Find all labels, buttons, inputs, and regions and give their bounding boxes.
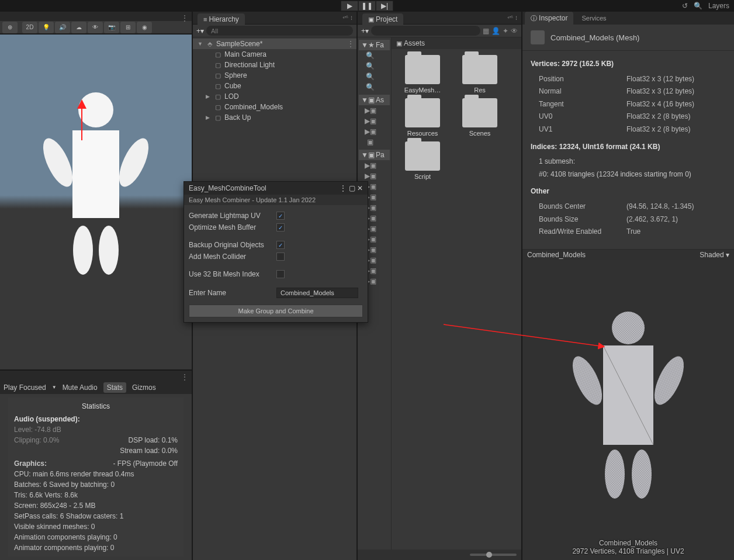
stats-title: Statistics <box>14 401 178 412</box>
preview-name: Combined_Models <box>527 251 586 259</box>
tree-item-combined[interactable]: ▢Combined_Models <box>193 102 356 112</box>
name-input[interactable] <box>276 288 358 298</box>
stats-graphics-header: Graphics: <box>14 458 47 469</box>
svg-point-11 <box>567 352 608 409</box>
tool-more[interactable]: ◉ <box>137 22 152 33</box>
history-icon[interactable]: ↺ <box>682 2 688 10</box>
attr-value: Float32 x 4 (16 bytes) <box>626 98 694 111</box>
mesh-combine-tool-window[interactable]: Easy_MeshCombineTool ⋮ ▢ ✕ Easy Mesh Com… <box>184 181 368 323</box>
tool-audio[interactable]: 🔊 <box>55 22 70 33</box>
project-tab[interactable]: ▣ Project <box>362 13 403 25</box>
hierarchy-search[interactable] <box>206 26 353 36</box>
filter-icon[interactable]: ▦ <box>483 27 489 35</box>
attr-value: Float32 x 2 (8 bytes) <box>626 110 690 123</box>
checkbox-use32[interactable] <box>276 270 285 278</box>
gizmos-toggle[interactable]: Gizmos <box>132 383 156 392</box>
tool-pivot[interactable]: ⊕ <box>2 22 18 33</box>
attr-key: UV0 <box>539 110 626 123</box>
scene-view[interactable] <box>0 34 192 369</box>
attr-key: Normal <box>539 85 626 98</box>
kebab-icon[interactable]: ⋮ <box>181 373 188 381</box>
kebab-icon[interactable]: ⋮ <box>340 184 347 192</box>
stats-cpu: CPU: main 6.6ms render thread 0.4ms <box>14 469 178 479</box>
tree-item[interactable]: ▶▢LOD <box>193 91 356 102</box>
kebab-icon[interactable]: ⋮ <box>181 14 188 22</box>
svg-point-12 <box>649 352 690 409</box>
tree-item[interactable]: ▶▢Back Up <box>193 112 356 123</box>
inspector-body: Vertices: 2972 (162.5 KB) PositionFloat3… <box>522 51 734 243</box>
dock-icons[interactable]: ⭁ ⋮ <box>342 15 353 21</box>
submesh-count: 1 submesh: <box>531 155 726 168</box>
maximize-icon[interactable]: ▢ <box>349 184 355 192</box>
svg-point-13 <box>605 450 625 499</box>
folder-item[interactable]: Res <box>453 55 506 94</box>
close-icon[interactable]: ✕ <box>357 184 363 192</box>
folder-icon <box>462 55 497 84</box>
pause-button[interactable]: ❚❚ <box>358 1 376 11</box>
layers-dropdown[interactable]: Layers <box>708 2 729 10</box>
project-search[interactable] <box>371 26 480 36</box>
search-icon[interactable]: 🔍 <box>694 2 702 10</box>
add-button[interactable]: +▾ <box>361 27 369 35</box>
tree-item[interactable]: ▢Directional Light <box>193 60 356 70</box>
gameobject-icon: ▢ <box>214 61 222 69</box>
add-button[interactable]: +▾ <box>196 27 204 35</box>
tool-light[interactable]: 💡 <box>39 22 54 33</box>
stats-stream: Stream load: 0.0% <box>14 445 178 456</box>
project-grid[interactable]: ▣ Assets EasyMesh… Res Resources Scenes … <box>392 37 521 549</box>
zoom-slider[interactable] <box>470 554 517 556</box>
folder-item[interactable]: EasyMesh… <box>396 55 449 94</box>
tool-camera[interactable]: 📷 <box>104 22 119 33</box>
tree-item[interactable]: ▢Main Camera <box>193 49 356 60</box>
stats-setpass: SetPass calls: 6 Shadow casters: 1 <box>14 511 178 521</box>
svg-point-8 <box>612 312 645 344</box>
preview-canvas[interactable]: Combined_Models 2972 Vertices, 4108 Tria… <box>522 260 734 560</box>
inspector-tab[interactable]: ⓘ Inspector <box>525 12 573 25</box>
play-focused-dropdown[interactable]: Play Focused <box>4 383 46 392</box>
gameobject-icon: ▢ <box>214 113 222 122</box>
opt-label: Optimize Mesh Buffer <box>189 223 276 231</box>
preview-footer-stats: 2972 Vertices, 4108 Triangles | UV2 <box>522 547 734 555</box>
tool-hidden[interactable]: 👁 <box>88 22 103 33</box>
checkbox-collider[interactable] <box>276 253 285 261</box>
preview-mode-dropdown[interactable]: Shaded ▾ <box>700 251 729 259</box>
tool-fx[interactable]: ☁ <box>71 22 86 33</box>
svg-point-4 <box>73 226 93 275</box>
mute-audio-toggle[interactable]: Mute Audio <box>63 383 98 392</box>
stats-anim1: Animation components playing: 0 <box>14 532 178 542</box>
tree-item[interactable]: ▢Sphere <box>193 70 356 81</box>
folder-item[interactable]: Script <box>396 141 449 180</box>
checkbox-optimize[interactable]: ✓ <box>276 223 285 231</box>
other-value: (2.462, 3.672, 1) <box>626 213 678 226</box>
checkbox-backup[interactable]: ✓ <box>276 241 285 249</box>
dock-icons[interactable]: ⭁ ⋮ <box>507 15 518 21</box>
asset-name: Combined_Models (Mesh) <box>550 33 639 42</box>
folder-item[interactable]: Scenes <box>453 98 506 137</box>
opt-label: Enter Name <box>189 289 276 297</box>
filter-icon[interactable]: ✦ <box>503 27 508 35</box>
gameobject-icon: ▢ <box>214 71 222 79</box>
breadcrumb[interactable]: ▣ Assets <box>392 37 521 49</box>
tool-2d[interactable]: 2D <box>22 22 37 33</box>
checkbox-lightmap[interactable]: ✓ <box>276 212 285 220</box>
stats-tris: Tris: 6.6k Verts: 8.6k <box>14 490 178 500</box>
filter-icon[interactable]: 👁 <box>511 27 518 35</box>
stats-audio-header: Audio (suspended): <box>14 414 178 424</box>
services-tab[interactable]: Services <box>576 12 612 24</box>
tree-item[interactable]: ▢Cube <box>193 81 356 91</box>
step-button[interactable]: ▶| <box>376 1 393 11</box>
make-group-button[interactable]: Make Group and Combine <box>189 305 363 317</box>
hierarchy-tab[interactable]: ≡ Hierarchy <box>198 13 245 25</box>
gameobject-icon: ▢ <box>214 92 222 101</box>
folder-item[interactable]: Resources <box>396 98 449 137</box>
gameobject-icon: ▢ <box>214 50 222 58</box>
svg-point-0 <box>78 92 113 127</box>
stats-anim2: Animator components playing: 0 <box>14 542 178 553</box>
stats-toggle[interactable]: Stats <box>103 382 126 393</box>
folder-icon <box>462 98 497 127</box>
svg-point-3 <box>113 134 155 191</box>
play-button[interactable]: ▶ <box>341 1 358 11</box>
scene-root[interactable]: ▼⬘SampleScene*⋮ <box>193 39 356 49</box>
filter-icon[interactable]: 👤 <box>491 27 500 35</box>
tool-gizmo[interactable]: ⊞ <box>120 22 136 33</box>
